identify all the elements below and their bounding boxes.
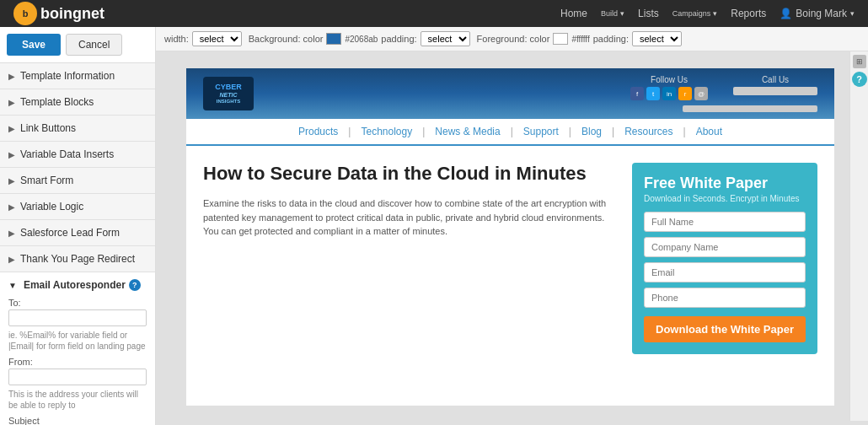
- site-body: How to Secure Data in the Cloud in Minut…: [186, 146, 834, 371]
- fg-group: Foreground: color #ffffff padding: selec…: [477, 31, 682, 46]
- autoresponder-title: ▼ Email Autoresponder ?: [8, 279, 147, 291]
- subject-label: Subject: [8, 416, 147, 425]
- sidebar-item-template-info[interactable]: ▶ Template Information: [0, 63, 155, 89]
- sidebar: Save Cancel ▶ Template Information ▶ Tem…: [0, 27, 156, 425]
- bg-color-value: #2068ab: [345, 35, 378, 44]
- expand-icon[interactable]: ⊞: [853, 55, 866, 68]
- cancel-button[interactable]: Cancel: [66, 34, 122, 56]
- follow-call-section: Follow Us f t in r @: [630, 75, 817, 100]
- from-field[interactable]: [8, 369, 147, 385]
- linkedin-icon[interactable]: in: [662, 87, 676, 100]
- collapse-icon: ▼: [8, 281, 17, 290]
- twitter-icon[interactable]: t: [646, 87, 660, 100]
- wp-subtitle: Download in Seconds. Encrypt in Minutes: [644, 194, 806, 203]
- logo-text: boingnet: [40, 5, 104, 23]
- width-label: width:: [164, 34, 189, 44]
- top-nav-links: Home Build ▾ Lists Campaigns ▾ Reports 👤…: [560, 8, 855, 19]
- nav-news-media[interactable]: News & Media: [425, 119, 510, 144]
- fg-color-swatch[interactable]: [553, 33, 568, 45]
- content-area: width: select Background: color #2068ab …: [156, 27, 868, 425]
- bg-padding-select[interactable]: select: [421, 31, 470, 46]
- arrow-icon: ▶: [8, 124, 15, 133]
- call-label: Call Us: [762, 75, 789, 84]
- arrow-icon: ▶: [8, 229, 15, 238]
- logo: b boingnet: [13, 2, 104, 25]
- nav-lists[interactable]: Lists: [638, 8, 659, 19]
- sidebar-item-thank-you[interactable]: ▶ Thank You Page Redirect: [0, 246, 155, 272]
- wp-full-name-field[interactable]: [644, 212, 806, 232]
- toolbar-bar: width: select Background: color #2068ab …: [156, 27, 868, 51]
- sidebar-item-link-buttons[interactable]: ▶ Link Buttons: [0, 116, 155, 142]
- bg-padding-label: padding:: [381, 34, 416, 44]
- from-hint: This is the address your clients will be…: [8, 389, 147, 411]
- save-button[interactable]: Save: [7, 34, 61, 56]
- logo-icon: b: [13, 2, 37, 25]
- wp-submit-button[interactable]: Download the White Paper: [644, 316, 806, 342]
- width-group: width: select: [164, 31, 242, 46]
- site-logo: CYBER NETIC INSIGHTS: [203, 77, 254, 110]
- follow-section: Follow Us f t in r @: [630, 75, 708, 100]
- from-label: From:: [8, 357, 147, 367]
- white-paper-form: Free White Paper Download in Seconds. En…: [632, 163, 817, 354]
- wp-company-field[interactable]: [644, 237, 806, 257]
- help-bubble[interactable]: ?: [852, 72, 867, 87]
- sidebar-item-smart-form[interactable]: ▶ Smart Form: [0, 168, 155, 194]
- fg-label: Foreground: color: [477, 34, 550, 44]
- sidebar-buttons: Save Cancel: [0, 27, 155, 63]
- email-icon[interactable]: @: [694, 87, 708, 100]
- site-header-right: Follow Us f t in r @: [630, 75, 817, 112]
- bg-label: Background: color: [249, 34, 324, 44]
- sidebar-item-variable-data[interactable]: ▶ Variable Data Inserts: [0, 142, 155, 168]
- logo-line3: INSIGHTS: [215, 99, 242, 105]
- main-layout: Save Cancel ▶ Template Information ▶ Tem…: [0, 27, 868, 425]
- to-label: To:: [8, 298, 147, 308]
- nav-home[interactable]: Home: [560, 8, 587, 19]
- fg-color-value: #ffffff: [571, 35, 589, 44]
- nav-support[interactable]: Support: [513, 119, 569, 144]
- nav-resources[interactable]: Resources: [614, 119, 683, 144]
- call-section: Call Us: [733, 75, 817, 95]
- nav-blog[interactable]: Blog: [571, 119, 612, 144]
- to-hint: ie. %Email% for variable field or |Email…: [8, 330, 147, 352]
- social-icons: f t in r @: [630, 87, 708, 100]
- arrow-icon: ▶: [8, 98, 15, 107]
- nav-build[interactable]: Build ▾: [601, 9, 624, 18]
- nav-about[interactable]: About: [686, 119, 732, 144]
- facebook-icon[interactable]: f: [630, 87, 644, 100]
- site-nav: Products | Technology | News & Media | S…: [186, 119, 834, 146]
- nav-user[interactable]: 👤 Boing Mark ▾: [780, 8, 855, 19]
- width-select[interactable]: select: [192, 31, 242, 46]
- bg-color-swatch[interactable]: [326, 33, 341, 45]
- arrow-icon: ▶: [8, 202, 15, 212]
- follow-label: Follow Us: [651, 75, 688, 84]
- logo-line2: NETIC: [215, 92, 242, 99]
- autoresponder-section: ▼ Email Autoresponder ? To: ie. %Email% …: [0, 272, 155, 425]
- nav-reports[interactable]: Reports: [731, 8, 766, 19]
- phone-number-blurred: [733, 87, 817, 95]
- site-header: CYBER NETIC INSIGHTS Follow Us: [186, 68, 834, 119]
- right-panel: ⊞ ?: [849, 51, 868, 421]
- wp-email-field[interactable]: [644, 262, 806, 282]
- site-body-left: How to Secure Data in the Cloud in Minut…: [203, 163, 615, 354]
- sidebar-item-template-blocks[interactable]: ▶ Template Blocks: [0, 89, 155, 116]
- sidebar-item-salesforce[interactable]: ▶ Salesforce Lead Form: [0, 220, 155, 246]
- nav-products[interactable]: Products: [288, 119, 348, 144]
- rss-icon[interactable]: r: [678, 87, 692, 100]
- arrow-icon: ▶: [8, 72, 15, 81]
- autoresponder-help-icon[interactable]: ?: [129, 279, 141, 291]
- site-description: Examine the risks to data in the cloud a…: [203, 196, 615, 239]
- preview-wrapper: CYBER NETIC INSIGHTS Follow Us: [186, 68, 834, 406]
- wp-phone-field[interactable]: [644, 288, 806, 308]
- nav-campaigns[interactable]: Campaigns ▾: [672, 9, 718, 18]
- wp-title: Free White Paper: [644, 175, 806, 192]
- fg-padding-select[interactable]: select: [632, 31, 682, 46]
- logo-line1: CYBER: [215, 83, 242, 92]
- to-field[interactable]: [8, 309, 147, 326]
- preview-scroll-area: CYBER NETIC INSIGHTS Follow Us: [156, 51, 849, 421]
- sidebar-scroll: ▶ Template Information ▶ Template Blocks…: [0, 63, 155, 425]
- bg-group: Background: color #2068ab padding: selec…: [249, 31, 470, 46]
- nav-technology[interactable]: Technology: [351, 119, 422, 144]
- sidebar-item-variable-logic[interactable]: ▶ Variable Logic: [0, 194, 155, 220]
- fg-padding-label: padding:: [593, 34, 629, 44]
- arrow-icon: ▶: [8, 176, 15, 186]
